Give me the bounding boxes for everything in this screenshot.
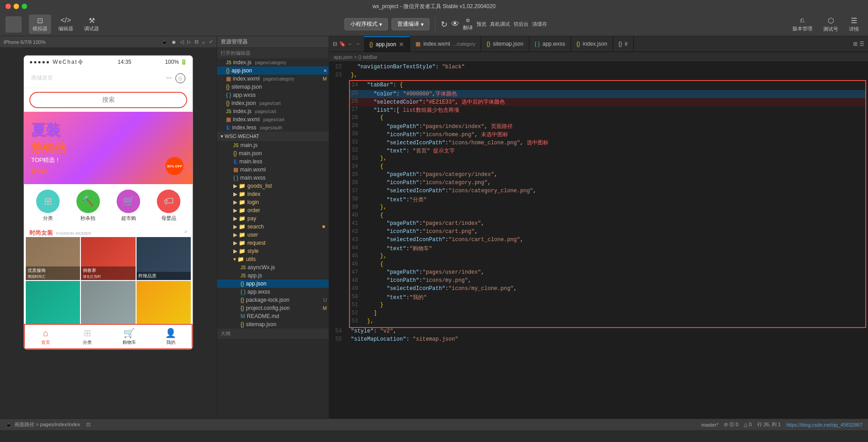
translate-btn[interactable]: ⚙ 翻译: [463, 18, 473, 31]
forward-icon[interactable]: ▷: [187, 39, 191, 45]
open-file-app-json[interactable]: {} app.json ✕: [217, 67, 329, 75]
code-line-30: 30 "iconPath":"icons/home.png", 未选中图标: [350, 131, 865, 139]
real-machine-btn[interactable]: 真机调试: [490, 21, 510, 28]
editor-btn[interactable]: </> 编辑器: [55, 14, 77, 34]
folder-goods[interactable]: ▶ 📁 goods_list: [217, 182, 329, 190]
open-file-index-wxml-cart[interactable]: ▦ index.wxml pages/cart: [217, 115, 329, 124]
tab-app-json[interactable]: {} app.json ✕: [364, 36, 410, 52]
console-icon[interactable]: ⊟: [194, 39, 198, 45]
open-file-app-wxss[interactable]: { } app.wxss: [217, 91, 329, 99]
tab-app-wxss[interactable]: { } app.wxss: [529, 36, 571, 52]
phone-search-bar[interactable]: 搜索: [29, 92, 187, 108]
product-4[interactable]: [26, 281, 80, 324]
version-icon: ⎌: [800, 16, 805, 24]
minimize-button[interactable]: [14, 4, 19, 9]
preview-toggle[interactable]: 👁: [451, 19, 459, 29]
icon-item-baby[interactable]: 🏷 母婴品: [157, 190, 180, 222]
csdn-url[interactable]: https://blog.csdn.net/qq_45832867: [786, 422, 863, 428]
split-icon[interactable]: ⊟: [333, 41, 337, 47]
tab-overflow-icon[interactable]: ☰: [859, 41, 864, 47]
forward-editor-icon[interactable]: →: [355, 41, 360, 47]
tab-split-icon[interactable]: ⊞: [853, 41, 858, 47]
project-config[interactable]: {} project.config.json M: [217, 304, 329, 312]
app-js[interactable]: JS app.js: [217, 271, 329, 280]
icon-item-market[interactable]: 🛒 超市购: [117, 190, 140, 222]
mode-select[interactable]: 小程序模式 ▾: [344, 18, 388, 30]
wsc-section-header[interactable]: ▾ WSC-WECHAT: [217, 132, 329, 141]
product-6[interactable]: [137, 281, 191, 324]
async-wx-js[interactable]: JS asyncWx.js: [217, 263, 329, 271]
folder-login[interactable]: ▶ 📁 login: [217, 198, 329, 206]
code-line-53: 53 },: [350, 318, 865, 326]
bookmark-icon[interactable]: 🔖: [339, 41, 346, 47]
product-1[interactable]: 优质服饰潮流时尚汇: [26, 237, 80, 280]
test-btn[interactable]: ⬡ 测试号: [820, 14, 842, 34]
folder-pay[interactable]: ▶ 📁 pay: [217, 214, 329, 223]
back-icon[interactable]: ◁: [180, 39, 184, 45]
category-more[interactable]: >: [184, 229, 187, 234]
main-json[interactable]: {} main.json: [217, 149, 329, 157]
main-js[interactable]: JS main.js: [217, 141, 329, 149]
tab-sitemap-json[interactable]: {} sitemap.json: [481, 36, 529, 52]
product-5[interactable]: [81, 281, 135, 324]
folder-utils[interactable]: ▾ 📁 utils: [217, 255, 329, 263]
compile-select[interactable]: 普通编译 ▾: [392, 18, 429, 30]
json-sitemap-tab-icon: {}: [486, 41, 490, 47]
menu-dots[interactable]: •••: [166, 75, 172, 81]
app-json-active[interactable]: {} app.json: [217, 280, 329, 288]
folder-index[interactable]: ▶ 📁 index: [217, 190, 329, 198]
main-wxml[interactable]: ▦ main.wxml: [217, 166, 329, 174]
m-badge-wxml: M: [323, 76, 329, 81]
open-file-index-js-cart[interactable]: JS index.js pages/cart: [217, 107, 329, 115]
close-tab-x[interactable]: ✕: [399, 41, 404, 48]
tab-index-wxml[interactable]: ▦ index.wxml .../category: [410, 36, 481, 52]
refresh-btn[interactable]: ↻: [441, 19, 448, 29]
tab-category[interactable]: ⊞ 分类: [66, 325, 108, 348]
main-less[interactable]: L main.less: [217, 157, 329, 166]
folder-user[interactable]: ▶ 📁 user: [217, 231, 329, 239]
row-col: 行 26, 列 1: [757, 421, 781, 428]
folder-search[interactable]: ▶ 📁 search: [217, 223, 329, 231]
search-icon[interactable]: ⌕: [202, 39, 205, 45]
modified-indicator: [322, 225, 325, 228]
folder-request[interactable]: ▶ 📁 request: [217, 239, 329, 247]
open-file-index-js[interactable]: JS index.js pages/category: [217, 58, 329, 67]
open-file-index-json-cart[interactable]: {} index.json pages/cart: [217, 99, 329, 107]
folder-order[interactable]: ▶ 📁 order: [217, 206, 329, 214]
maximize-button[interactable]: [22, 4, 27, 9]
tab-index-json[interactable]: {} index.json: [571, 36, 613, 52]
product-3[interactable]: 炸辣品质: [137, 237, 191, 280]
detail-btn[interactable]: ☰ 详情: [845, 14, 863, 34]
tab-cart[interactable]: 🛒 购物车: [108, 325, 150, 348]
close-button[interactable]: [5, 4, 11, 9]
app-wxss-file[interactable]: { } app.wxss: [217, 288, 329, 296]
product-2[interactable]: 倒春寒清仓正当时: [81, 237, 135, 280]
icon-item-flash[interactable]: 🔨 秒杀拍: [76, 190, 100, 222]
debugger-btn[interactable]: ⚒ 调试器: [80, 14, 103, 34]
clear-btn[interactable]: 清缓存: [532, 21, 547, 28]
check-icon[interactable]: ✓: [209, 39, 213, 45]
close-icon-tab[interactable]: ✕: [323, 68, 327, 73]
version-btn[interactable]: ⎌ 版本管理: [789, 14, 816, 34]
back-editor-icon[interactable]: ←: [348, 41, 353, 47]
tab-user[interactable]: 👤 我的: [150, 325, 192, 348]
device-frame-icon[interactable]: ⊡: [86, 422, 90, 428]
tab-ir[interactable]: {} ir: [613, 36, 634, 52]
json-icon: {}: [226, 84, 230, 90]
sitemap-json-file[interactable]: {} sitemap.json: [217, 320, 329, 328]
main-wxss[interactable]: { } main.wxss: [217, 174, 329, 182]
readme-md[interactable]: M README.md: [217, 312, 329, 320]
package-lock[interactable]: {} package-lock.json U: [217, 296, 329, 304]
backend-btn[interactable]: 切后台: [514, 21, 528, 28]
record-icon[interactable]: ⏺: [171, 39, 176, 45]
folder-style[interactable]: ▶ 📁 style: [217, 247, 329, 255]
simulator-btn[interactable]: ⊡ 模拟器: [29, 14, 51, 34]
code-area[interactable]: 22 "navigationBarTextStyle": "black" 23 …: [329, 62, 868, 418]
open-file-index-wxml[interactable]: ▦ index.wxml pages/category M: [217, 75, 329, 83]
tab-home[interactable]: ⌂ 首页: [25, 325, 66, 348]
icon-item-category[interactable]: ⊞ 分类: [36, 190, 60, 222]
close-circle-icon[interactable]: ⊕: [175, 73, 185, 83]
open-file-sitemap[interactable]: {} sitemap.json: [217, 83, 329, 91]
open-file-index-less[interactable]: L index.less pages/auth: [217, 124, 329, 132]
preview-btn[interactable]: 预览: [476, 21, 486, 28]
